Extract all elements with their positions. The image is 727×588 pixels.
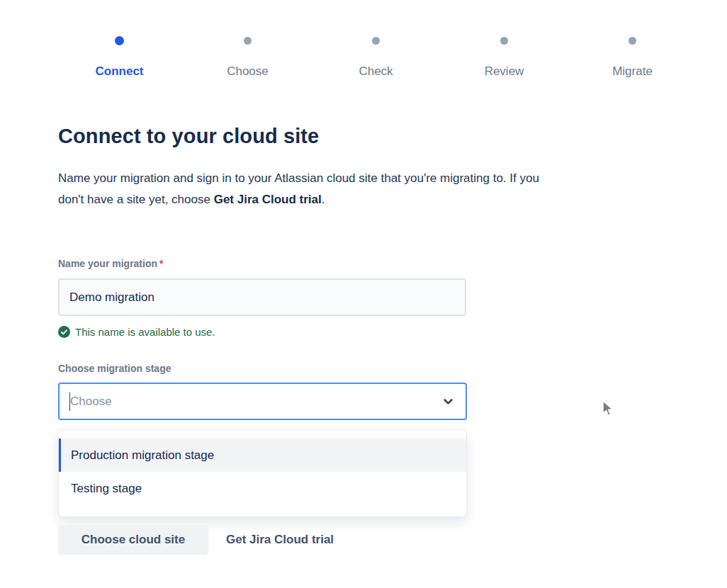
step-label: Review [485, 64, 524, 79]
option-highlight-bar [59, 439, 61, 472]
page-title: Connect to your cloud site [58, 125, 319, 148]
migration-name-input[interactable] [58, 278, 466, 316]
migration-stage-label: Choose migration stage [58, 362, 171, 375]
select-placeholder: Choose [70, 395, 112, 409]
migration-stage-select[interactable]: Choose [58, 383, 467, 420]
step-dot-icon [244, 37, 252, 45]
option-production-migration-stage[interactable]: Production migration stage [59, 439, 466, 472]
required-asterisk: * [159, 258, 163, 269]
migration-name-label-text: Name your migration [58, 258, 157, 269]
option-label: Production migration stage [71, 448, 214, 463]
description-line2: don't have a site yet, choose [58, 193, 214, 206]
migration-stage-label-text: Choose migration stage [58, 363, 171, 374]
description-line1: Name your migration and sign in to your … [58, 171, 539, 185]
chevron-down-icon[interactable] [442, 395, 454, 407]
choose-cloud-site-button[interactable]: Choose cloud site [58, 525, 208, 555]
migration-wizard-screen: Connect Choose Check Review Migrate Conn… [0, 0, 727, 588]
step-check[interactable]: Check [312, 36, 440, 79]
step-label: Migrate [612, 64, 653, 79]
name-availability-text: This name is available to use. [75, 325, 215, 339]
step-dot-active-icon [115, 36, 124, 45]
step-dot-icon [372, 37, 380, 45]
step-migrate[interactable]: Migrate [568, 36, 697, 79]
name-availability-status: This name is available to use. [58, 325, 215, 339]
description-period: . [322, 193, 325, 206]
check-circle-icon [58, 326, 70, 338]
migration-name-label: Name your migration* [58, 257, 163, 270]
migration-stage-dropdown-menu: Production migration stage Testing stage [58, 429, 467, 517]
step-dot-icon [629, 37, 636, 45]
action-buttons-row: Choose cloud site Get Jira Cloud trial [58, 525, 334, 555]
step-label: Connect [96, 64, 144, 79]
option-label: Testing stage [71, 482, 142, 496]
step-label: Choose [227, 64, 269, 79]
step-choose[interactable]: Choose [184, 36, 312, 79]
wizard-stepper: Connect Choose Check Review Migrate [55, 36, 697, 79]
step-dot-icon [500, 37, 508, 45]
page-description: Name your migration and sign in to your … [58, 168, 539, 210]
option-testing-stage[interactable]: Testing stage [59, 472, 466, 505]
mouse-cursor-icon [599, 399, 617, 419]
step-review[interactable]: Review [440, 36, 568, 79]
step-label: Check [359, 64, 393, 79]
description-bold-trial: Get Jira Cloud trial [214, 193, 322, 206]
get-jira-cloud-trial-button[interactable]: Get Jira Cloud trial [226, 525, 334, 555]
step-connect[interactable]: Connect [55, 36, 184, 79]
